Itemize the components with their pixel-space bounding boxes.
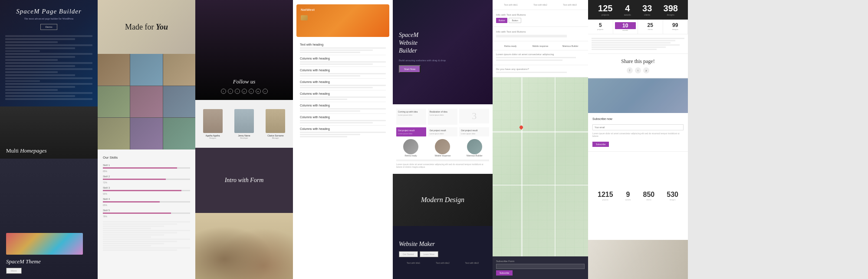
share-twitter-icon[interactable]: t <box>635 67 641 73</box>
more-button[interactable]: More <box>6 268 22 274</box>
demo-button[interactable]: Demo <box>40 24 57 30</box>
column-3: Follow us f t i p y in v Agatha Agatha D… <box>195 0 293 279</box>
pinterest-icon[interactable]: p <box>242 89 247 94</box>
ptb-btn-purple[interactable]: Button <box>496 18 507 23</box>
skill-row: Skill 3 90% <box>103 186 190 195</box>
skill-pct: 78% <box>103 215 190 218</box>
skill-label: Skill 4 <box>103 198 190 200</box>
panel-text-col-headers: Text with title1 Text with title2 Text w… <box>493 0 588 10</box>
thumb-label: Mobile response <box>533 45 549 47</box>
divider <box>300 55 386 55</box>
team-circle <box>467 139 482 154</box>
stats-grid-cell: 99 designs <box>663 20 688 34</box>
label-text: Text with title2 <box>436 262 449 264</box>
step-item: Realization of idea Lorem ipsum dolor <box>428 109 458 125</box>
theme-mock-image <box>6 233 83 255</box>
keyboard-photo <box>588 240 688 279</box>
text-line <box>496 57 576 58</box>
col-label: Text with title3 <box>555 3 585 6</box>
mock-line <box>5 68 92 70</box>
mock-content <box>5 35 92 101</box>
subscribe-email-input[interactable] <box>592 124 684 130</box>
facebook-icon[interactable]: f <box>221 89 226 94</box>
skill-row: Skill 2 72% <box>103 175 190 184</box>
content-line <box>300 132 386 133</box>
content-line <box>300 63 373 65</box>
instagram-icon[interactable]: i <box>235 89 240 94</box>
step-title: Get project result <box>398 129 424 132</box>
subscribe-form-section: Subscribe now Lorem ipsum dolor sit amet… <box>588 113 688 152</box>
content-line <box>103 241 177 242</box>
share-facebook-icon[interactable]: f <box>627 67 633 73</box>
step-title: Coming up with idea <box>398 110 424 113</box>
map-road <box>493 185 588 186</box>
step-item: Get project result Lorem ipsum dolor <box>428 127 458 136</box>
skill-bar-fill <box>103 167 177 169</box>
content-line <box>300 99 347 100</box>
skill-label: Skill 3 <box>103 186 190 189</box>
subscribe-submit-button[interactable]: Subscribe <box>592 142 609 147</box>
stat-item: 398 designs <box>664 3 678 16</box>
step-item: Coming up with idea Lorem ipsum dolor <box>396 109 426 125</box>
photo-cell <box>98 54 130 86</box>
mock-line <box>5 86 75 88</box>
subscribe-button[interactable]: Subscribe <box>496 270 513 276</box>
mock-line <box>5 53 92 55</box>
team-member: Clarice Surname Manager <box>261 109 290 139</box>
ptb-btn-outline[interactable]: Button <box>509 18 521 23</box>
stat-number: 4 <box>624 3 631 13</box>
page-builder-logo: SpaceM Page Builder <box>16 8 82 15</box>
website-maker-buttons: Get Started Learn More <box>399 251 487 257</box>
grid-stat-label: awards <box>615 29 636 31</box>
panel-page-builder: SpaceM Page Builder The most advanced pa… <box>0 0 98 106</box>
content-line <box>103 226 164 227</box>
content-line <box>300 134 360 135</box>
twitter-icon[interactable]: t <box>228 89 233 94</box>
vimeo-icon[interactable]: v <box>263 89 268 94</box>
step-title: Realization of idea <box>430 110 456 113</box>
photo-cell <box>163 54 195 86</box>
divider <box>396 159 489 161</box>
thumb-col: Niterious Builder <box>556 44 585 47</box>
thumb-col: Mobile response <box>526 44 555 47</box>
subscribe-input[interactable] <box>496 264 585 269</box>
panel-room-photo <box>195 213 293 279</box>
map-panel <box>493 77 588 256</box>
divider <box>300 113 386 114</box>
skill-pct: 72% <box>103 181 190 184</box>
skill-bar-bg <box>103 167 190 169</box>
skill-pct: 85% <box>103 170 190 173</box>
stat-label: clients <box>642 13 652 16</box>
skill-row: Skill 1 85% <box>103 164 190 173</box>
website-builder-subtitle: Build amazing websites with drag & drop <box>399 59 487 62</box>
step-title: Get project result <box>430 129 456 132</box>
content-line <box>300 52 360 53</box>
learn-more-button[interactable]: Learn More <box>420 251 439 257</box>
grid-stat-number: 10 <box>615 22 636 29</box>
team-member: Jenny Name Developer <box>229 109 259 139</box>
skill-bar-bg <box>103 179 190 180</box>
skill-bar-bg <box>103 201 190 203</box>
content-line <box>103 234 164 236</box>
stat-bottom: 9 awards <box>625 191 631 201</box>
thumb-label: Niterious Builder <box>562 45 579 47</box>
content-line <box>103 232 177 233</box>
circle-label: Niterious Builder <box>467 154 483 157</box>
panel-text-buttons-1: Info with Text and Buttons Button Button <box>493 10 588 27</box>
blur-photo-section <box>588 78 688 113</box>
youtube-icon[interactable]: y <box>249 89 254 94</box>
content-line <box>103 228 151 229</box>
circle-label: Mobile response <box>435 154 451 157</box>
text-line <box>592 40 675 41</box>
share-pinterest-icon[interactable]: p <box>643 67 649 73</box>
team-circle-col: Mobile response <box>428 139 457 157</box>
section-heading: Text with heading <box>300 43 386 46</box>
linkedin-icon[interactable]: in <box>256 89 261 94</box>
skill-bar-bg <box>103 213 190 214</box>
col-header: Text with title1 <box>496 3 526 6</box>
get-started-button[interactable]: Get Started <box>399 251 418 257</box>
start-now-button[interactable]: Start Now <box>399 65 421 73</box>
panel-steps: Coming up with idea Lorem ipsum dolor Re… <box>393 104 493 174</box>
team-circle-col: Retina ready <box>396 139 425 157</box>
step-desc: Lorem ipsum dolor <box>430 114 456 116</box>
